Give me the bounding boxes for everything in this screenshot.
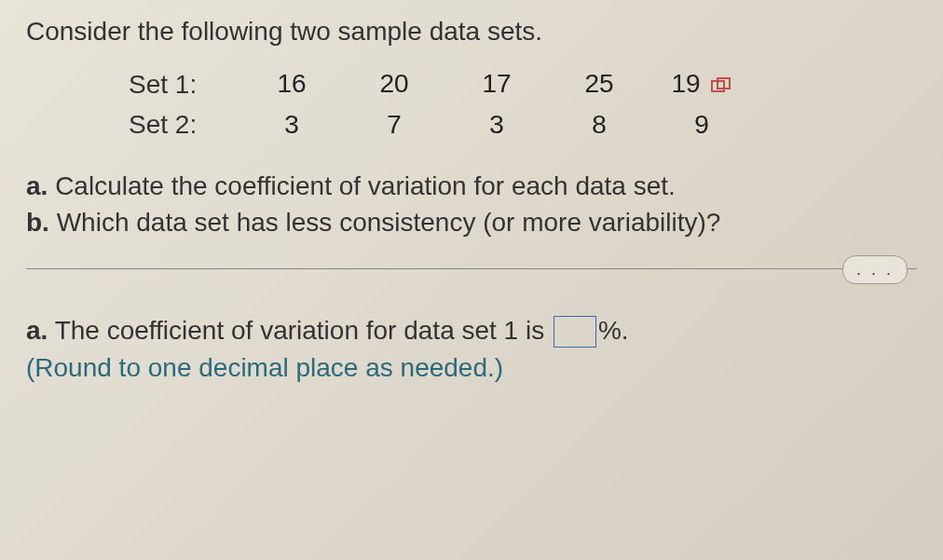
- divider: [26, 268, 917, 269]
- answer-a-suffix: %.: [598, 316, 629, 345]
- question-b-label: b.: [26, 208, 49, 237]
- question-a-label: a.: [26, 171, 48, 200]
- data-cell: 8: [548, 110, 650, 140]
- data-value: 19: [672, 69, 701, 98]
- cv-input[interactable]: [554, 316, 596, 348]
- set1-label: Set 1:: [129, 70, 240, 100]
- data-cell: 16: [240, 69, 343, 101]
- more-button[interactable]: . . .: [842, 255, 908, 284]
- set2-label: Set 2:: [129, 110, 240, 140]
- data-cell: 3: [240, 110, 343, 140]
- question-a: a. Calculate the coefficient of variatio…: [26, 168, 917, 204]
- table-row: Set 1: 16 20 17 25 19: [129, 69, 917, 101]
- rounding-hint: (Round to one decimal place as needed.): [26, 353, 917, 383]
- divider-section: . . .: [26, 268, 917, 269]
- set1-values: 16 20 17 25 19: [240, 69, 753, 101]
- table-row: Set 2: 3 7 3 8 9: [129, 110, 917, 140]
- answer-a: a. The coefficient of variation for data…: [26, 316, 917, 348]
- answer-a-prefix: The coefficient of variation for data se…: [48, 316, 552, 345]
- data-table: Set 1: 16 20 17 25 19 Set 2:: [129, 69, 917, 140]
- data-cell: 7: [343, 110, 445, 140]
- set2-values: 3 7 3 8 9: [240, 110, 753, 140]
- data-cell: 25: [548, 69, 650, 101]
- data-cell: 17: [445, 69, 548, 101]
- data-cell: 9: [650, 110, 753, 140]
- question-b: b. Which data set has less consistency (…: [26, 204, 917, 240]
- data-cell: 3: [445, 110, 548, 140]
- popup-icon[interactable]: [711, 71, 731, 101]
- question-a-text: Calculate the coefficient of variation f…: [48, 171, 675, 200]
- answer-section: a. The coefficient of variation for data…: [26, 316, 917, 383]
- intro-text: Consider the following two sample data s…: [26, 17, 917, 47]
- data-cell: 19: [650, 69, 753, 101]
- answer-a-label: a.: [26, 316, 48, 345]
- question-b-text: Which data set has less consistency (or …: [49, 208, 721, 237]
- questions: a. Calculate the coefficient of variatio…: [26, 168, 917, 240]
- data-cell: 20: [343, 69, 445, 101]
